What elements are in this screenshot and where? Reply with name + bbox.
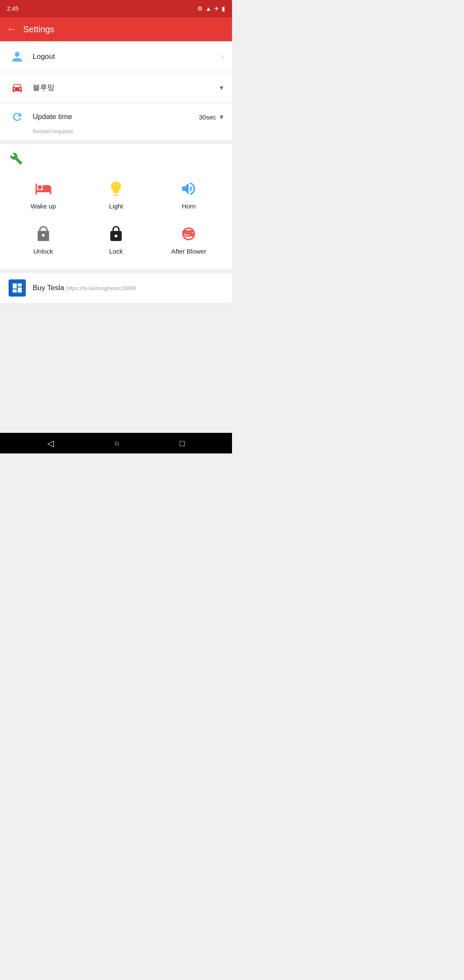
buy-tesla-url: https://ts.la/donghwan16868: [66, 285, 136, 291]
unlock-icon: [33, 224, 54, 244]
buy-tesla-section[interactable]: Buy Tesla https://ts.la/donghwan16868: [0, 272, 232, 304]
battery-icon: ▮: [222, 5, 225, 12]
chevron-right-icon: ›: [221, 52, 223, 61]
restart-required-text: Restart required: [9, 126, 73, 135]
buy-tesla-title: Buy Tesla: [33, 284, 64, 292]
vehicle-item[interactable]: 블루밍 ▾: [0, 72, 232, 103]
update-time-content: Update time: [33, 113, 199, 121]
car-icon: [9, 79, 26, 96]
wrench-icon: [9, 151, 24, 166]
update-time-label: Update time: [33, 113, 199, 121]
status-bar: 2:45 ⚙ ▲ ✈ ▮: [0, 0, 232, 17]
shortcut-header: [9, 151, 223, 166]
buy-tesla-icon: [9, 279, 26, 297]
status-time: 2:45: [7, 5, 18, 12]
buy-tesla-content: Buy Tesla https://ts.la/donghwan16868: [33, 284, 223, 292]
logout-label: Logout: [33, 52, 221, 61]
nav-home-button[interactable]: ○: [110, 435, 122, 452]
light-icon: [106, 178, 126, 199]
wifi-icon: ▲: [205, 5, 211, 12]
logout-content: Logout: [33, 52, 221, 61]
update-time-row: Update time 30sec ▾: [9, 108, 223, 126]
airplane-icon: ✈: [214, 5, 219, 12]
update-time-trailing[interactable]: 30sec ▾: [199, 112, 223, 122]
vehicle-label: 블루밍: [33, 83, 220, 92]
horn-icon: [178, 178, 199, 199]
shortcut-after-blower[interactable]: After Blower: [154, 220, 223, 258]
wake-up-icon: [33, 178, 54, 199]
settings-status-icon: ⚙: [197, 5, 203, 12]
logout-item[interactable]: Logout ›: [0, 41, 232, 72]
update-time-dropdown-icon: ▾: [220, 112, 223, 122]
after-blower-icon: [178, 224, 199, 244]
shortcut-unlock[interactable]: Unlock: [9, 220, 78, 258]
vehicle-content: 블루밍: [33, 83, 220, 92]
lock-label: Lock: [109, 248, 123, 255]
shortcut-horn[interactable]: Horn: [154, 175, 223, 213]
after-blower-label: After Blower: [171, 248, 206, 255]
shortcut-lock[interactable]: Lock: [81, 220, 150, 258]
shortcut-grid: Wake up Light Horn: [9, 175, 223, 265]
shortcut-light[interactable]: Light: [81, 175, 150, 213]
logout-trailing: ›: [221, 52, 223, 61]
nav-recent-button[interactable]: □: [176, 435, 188, 452]
bottom-area: [0, 304, 232, 433]
shortcut-section: Wake up Light Horn: [0, 144, 232, 269]
nav-back-button[interactable]: ◁: [44, 435, 57, 452]
dropdown-arrow-icon: ▾: [220, 83, 223, 92]
update-time-value: 30sec: [199, 113, 216, 121]
nav-bar: ◁ ○ □: [0, 433, 232, 453]
vehicle-trailing: ▾: [220, 83, 223, 92]
app-bar: ← Settings: [0, 17, 232, 41]
lock-icon: [106, 224, 126, 244]
unlock-label: Unlock: [34, 248, 53, 255]
horn-label: Horn: [182, 202, 196, 210]
page-title: Settings: [23, 24, 54, 34]
light-label: Light: [109, 202, 123, 210]
status-icons: ⚙ ▲ ✈ ▮: [197, 5, 225, 12]
shortcut-wake-up[interactable]: Wake up: [9, 175, 78, 213]
refresh-icon: [9, 108, 26, 126]
settings-list: Logout › 블루밍 ▾ Update time: [0, 41, 232, 141]
update-time-item[interactable]: Update time 30sec ▾ Restart required: [0, 103, 232, 141]
person-icon: [9, 48, 26, 65]
wake-up-label: Wake up: [31, 202, 56, 210]
back-button[interactable]: ←: [7, 24, 16, 35]
